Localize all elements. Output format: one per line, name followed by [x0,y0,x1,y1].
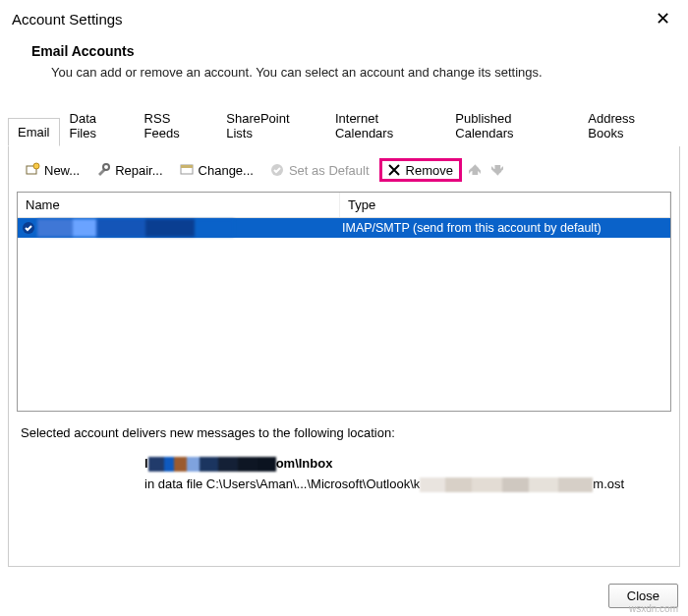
move-up-icon: 🢁 [466,163,485,178]
tab-data-files[interactable]: Data Files [60,104,135,146]
svg-point-1 [33,163,39,169]
col-header-name[interactable]: Name [18,193,340,217]
change-button[interactable]: Change... [173,158,259,182]
tab-email[interactable]: Email [8,118,60,146]
svg-rect-4 [181,165,193,168]
close-icon[interactable]: ✕ [650,8,676,29]
tab-address-books[interactable]: Address Books [578,104,680,146]
new-button[interactable]: New... [19,158,86,182]
location-block: l om\Inbox in data file C:\Users\Aman\..… [17,454,671,495]
intro-heading: Email Accounts [31,43,659,59]
remove-button[interactable]: Remove [379,158,462,182]
tab-internet-calendars[interactable]: Internet Calendars [325,104,445,146]
window-title: Account Settings [12,11,123,28]
remove-label: Remove [406,163,453,178]
email-panel: New... Repair... Change... Set as Defaul… [8,146,680,567]
change-label: Change... [199,163,254,178]
remove-icon [386,162,402,178]
toolbar: New... Repair... Change... Set as Defaul… [17,156,671,192]
new-icon [25,162,40,178]
move-down-icon: 🢃 [488,163,507,178]
tab-published-calendars[interactable]: Published Calendars [445,104,578,146]
repair-button[interactable]: Repair... [89,158,168,182]
redacted-email [148,457,276,472]
tab-sharepoint-lists[interactable]: SharePoint Lists [216,104,325,146]
selected-location-label: Selected account delivers new messages t… [17,425,671,440]
list-header: Name Type [18,193,670,218]
repair-icon [95,162,111,178]
redacted-path [420,477,593,492]
loc2-suffix: m.ost [593,475,624,495]
reorder-arrows: 🢁 🢃 [466,163,507,178]
close-button[interactable]: Close [608,584,678,608]
default-account-icon [20,219,37,237]
accounts-list[interactable]: Name Type IMAP/SMTP (send from this acco… [17,192,671,412]
loc1-suffix: om\Inbox [276,454,333,475]
col-header-type[interactable]: Type [340,193,670,217]
account-type-cell: IMAP/SMTP (send from this account by def… [338,221,670,235]
intro-section: Email Accounts You can add or remove an … [0,33,688,103]
check-icon [269,162,285,178]
table-row[interactable]: IMAP/SMTP (send from this account by def… [18,218,670,238]
new-label: New... [44,163,80,178]
change-icon [179,162,195,178]
loc2-prefix: in data file C:\Users\Aman\...\Microsoft… [144,475,420,495]
account-name-cell [37,219,338,237]
set-default-button: Set as Default [263,158,375,182]
intro-description: You can add or remove an account. You ca… [31,65,659,80]
location-datafile: in data file C:\Users\Aman\...\Microsoft… [144,475,671,495]
repair-label: Repair... [115,163,162,178]
tab-rss-feeds[interactable]: RSS Feeds [135,104,217,146]
set-default-label: Set as Default [289,163,370,178]
redacted-name [37,219,234,237]
location-folder: l om\Inbox [144,454,671,475]
tab-strip: Email Data Files RSS Feeds SharePoint Li… [8,103,680,146]
svg-point-2 [103,164,109,170]
